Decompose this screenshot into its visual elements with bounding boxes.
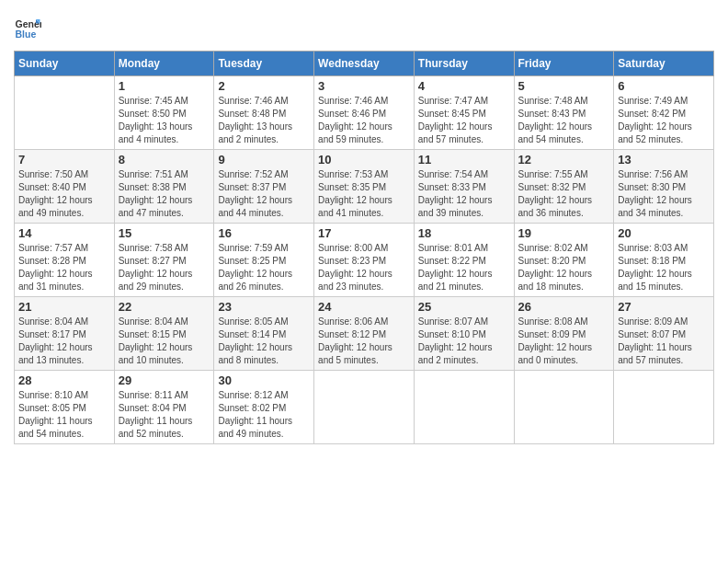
day-info: Sunrise: 7:46 AM Sunset: 8:46 PM Dayligh…: [318, 95, 410, 146]
header-cell-wednesday: Wednesday: [314, 52, 415, 76]
day-number: 24: [318, 300, 410, 314]
calendar-table: SundayMondayTuesdayWednesdayThursdayFrid…: [14, 51, 714, 444]
day-info: Sunrise: 8:00 AM Sunset: 8:23 PM Dayligh…: [318, 242, 410, 293]
header-cell-monday: Monday: [114, 52, 214, 76]
day-cell: 14Sunrise: 7:57 AM Sunset: 8:28 PM Dayli…: [15, 224, 115, 297]
header-cell-thursday: Thursday: [414, 52, 514, 76]
day-number: 9: [218, 153, 310, 167]
day-number: 23: [218, 300, 310, 314]
day-info: Sunrise: 8:08 AM Sunset: 8:09 PM Dayligh…: [518, 316, 610, 367]
day-number: 1: [119, 79, 210, 93]
day-number: 14: [18, 226, 110, 240]
week-row: 14Sunrise: 7:57 AM Sunset: 8:28 PM Dayli…: [15, 224, 714, 297]
day-cell: 27Sunrise: 8:09 AM Sunset: 8:07 PM Dayli…: [614, 297, 714, 371]
day-info: Sunrise: 8:12 AM Sunset: 8:02 PM Dayligh…: [218, 389, 310, 441]
header-cell-sunday: Sunday: [15, 52, 115, 76]
day-number: 15: [119, 226, 210, 240]
day-cell: [414, 371, 514, 444]
day-info: Sunrise: 7:53 AM Sunset: 8:35 PM Dayligh…: [318, 168, 410, 220]
day-cell: 6Sunrise: 7:49 AM Sunset: 8:42 PM Daylig…: [614, 76, 714, 150]
day-info: Sunrise: 8:10 AM Sunset: 8:05 PM Dayligh…: [18, 389, 110, 441]
day-cell: 5Sunrise: 7:48 AM Sunset: 8:43 PM Daylig…: [514, 76, 614, 150]
day-number: 19: [518, 226, 610, 240]
week-row: 28Sunrise: 8:10 AM Sunset: 8:05 PM Dayli…: [15, 371, 714, 444]
day-cell: 11Sunrise: 7:54 AM Sunset: 8:33 PM Dayli…: [414, 150, 514, 224]
day-info: Sunrise: 8:06 AM Sunset: 8:12 PM Dayligh…: [318, 316, 410, 367]
day-info: Sunrise: 7:54 AM Sunset: 8:33 PM Dayligh…: [418, 168, 510, 220]
day-info: Sunrise: 7:55 AM Sunset: 8:32 PM Dayligh…: [518, 168, 610, 220]
day-info: Sunrise: 7:46 AM Sunset: 8:48 PM Dayligh…: [218, 95, 310, 146]
day-cell: [514, 371, 614, 444]
day-number: 22: [119, 300, 210, 314]
header: General Blue: [14, 14, 714, 41]
day-info: Sunrise: 7:49 AM Sunset: 8:42 PM Dayligh…: [618, 95, 710, 146]
day-cell: 10Sunrise: 7:53 AM Sunset: 8:35 PM Dayli…: [314, 150, 415, 224]
day-info: Sunrise: 7:45 AM Sunset: 8:50 PM Dayligh…: [119, 95, 210, 146]
day-cell: 21Sunrise: 8:04 AM Sunset: 8:17 PM Dayli…: [15, 297, 115, 371]
header-cell-tuesday: Tuesday: [214, 52, 314, 76]
day-info: Sunrise: 8:02 AM Sunset: 8:20 PM Dayligh…: [518, 242, 610, 293]
day-number: 13: [618, 153, 710, 167]
day-number: 18: [418, 226, 510, 240]
day-cell: [314, 371, 415, 444]
day-cell: 28Sunrise: 8:10 AM Sunset: 8:05 PM Dayli…: [15, 371, 115, 444]
day-number: 4: [418, 79, 510, 93]
day-cell: [614, 371, 714, 444]
day-cell: 15Sunrise: 7:58 AM Sunset: 8:27 PM Dayli…: [114, 224, 214, 297]
day-number: 3: [318, 79, 410, 93]
header-cell-saturday: Saturday: [614, 52, 714, 76]
day-info: Sunrise: 7:57 AM Sunset: 8:28 PM Dayligh…: [18, 242, 110, 293]
day-info: Sunrise: 7:51 AM Sunset: 8:38 PM Dayligh…: [119, 168, 210, 220]
day-cell: 9Sunrise: 7:52 AM Sunset: 8:37 PM Daylig…: [214, 150, 314, 224]
day-number: 20: [618, 226, 710, 240]
day-cell: 24Sunrise: 8:06 AM Sunset: 8:12 PM Dayli…: [314, 297, 415, 371]
day-number: 29: [119, 373, 210, 387]
day-cell: [15, 76, 115, 150]
day-cell: 2Sunrise: 7:46 AM Sunset: 8:48 PM Daylig…: [214, 76, 314, 150]
svg-text:Blue: Blue: [16, 29, 37, 40]
logo-icon: General Blue: [14, 14, 41, 41]
day-cell: 20Sunrise: 8:03 AM Sunset: 8:18 PM Dayli…: [614, 224, 714, 297]
day-number: 21: [18, 300, 110, 314]
day-number: 28: [18, 373, 110, 387]
day-info: Sunrise: 7:58 AM Sunset: 8:27 PM Dayligh…: [119, 242, 210, 293]
header-cell-friday: Friday: [514, 52, 614, 76]
day-info: Sunrise: 7:59 AM Sunset: 8:25 PM Dayligh…: [218, 242, 310, 293]
day-number: 11: [418, 153, 510, 167]
day-cell: 25Sunrise: 8:07 AM Sunset: 8:10 PM Dayli…: [414, 297, 514, 371]
day-info: Sunrise: 7:48 AM Sunset: 8:43 PM Dayligh…: [518, 95, 610, 146]
day-number: 17: [318, 226, 410, 240]
day-cell: 26Sunrise: 8:08 AM Sunset: 8:09 PM Dayli…: [514, 297, 614, 371]
day-number: 7: [18, 153, 110, 167]
day-info: Sunrise: 8:01 AM Sunset: 8:22 PM Dayligh…: [418, 242, 510, 293]
day-cell: 19Sunrise: 8:02 AM Sunset: 8:20 PM Dayli…: [514, 224, 614, 297]
day-cell: 8Sunrise: 7:51 AM Sunset: 8:38 PM Daylig…: [114, 150, 214, 224]
day-number: 16: [218, 226, 310, 240]
day-info: Sunrise: 7:47 AM Sunset: 8:45 PM Dayligh…: [418, 95, 510, 146]
day-number: 26: [518, 300, 610, 314]
week-row: 21Sunrise: 8:04 AM Sunset: 8:17 PM Dayli…: [15, 297, 714, 371]
day-number: 5: [518, 79, 610, 93]
day-number: 6: [618, 79, 710, 93]
day-info: Sunrise: 7:52 AM Sunset: 8:37 PM Dayligh…: [218, 168, 310, 220]
day-info: Sunrise: 8:07 AM Sunset: 8:10 PM Dayligh…: [418, 316, 510, 367]
day-info: Sunrise: 8:04 AM Sunset: 8:17 PM Dayligh…: [18, 316, 110, 367]
week-row: 1Sunrise: 7:45 AM Sunset: 8:50 PM Daylig…: [15, 76, 714, 150]
header-row: SundayMondayTuesdayWednesdayThursdayFrid…: [15, 52, 714, 76]
day-cell: 1Sunrise: 7:45 AM Sunset: 8:50 PM Daylig…: [114, 76, 214, 150]
day-cell: 30Sunrise: 8:12 AM Sunset: 8:02 PM Dayli…: [214, 371, 314, 444]
day-cell: 23Sunrise: 8:05 AM Sunset: 8:14 PM Dayli…: [214, 297, 314, 371]
day-cell: 4Sunrise: 7:47 AM Sunset: 8:45 PM Daylig…: [414, 76, 514, 150]
day-number: 2: [218, 79, 310, 93]
day-cell: 7Sunrise: 7:50 AM Sunset: 8:40 PM Daylig…: [15, 150, 115, 224]
week-row: 7Sunrise: 7:50 AM Sunset: 8:40 PM Daylig…: [15, 150, 714, 224]
day-cell: 17Sunrise: 8:00 AM Sunset: 8:23 PM Dayli…: [314, 224, 415, 297]
day-info: Sunrise: 8:09 AM Sunset: 8:07 PM Dayligh…: [618, 316, 710, 367]
day-number: 27: [618, 300, 710, 314]
day-cell: 12Sunrise: 7:55 AM Sunset: 8:32 PM Dayli…: [514, 150, 614, 224]
day-info: Sunrise: 8:04 AM Sunset: 8:15 PM Dayligh…: [119, 316, 210, 367]
day-number: 8: [119, 153, 210, 167]
day-cell: 13Sunrise: 7:56 AM Sunset: 8:30 PM Dayli…: [614, 150, 714, 224]
day-info: Sunrise: 7:50 AM Sunset: 8:40 PM Dayligh…: [18, 168, 110, 220]
day-cell: 18Sunrise: 8:01 AM Sunset: 8:22 PM Dayli…: [414, 224, 514, 297]
